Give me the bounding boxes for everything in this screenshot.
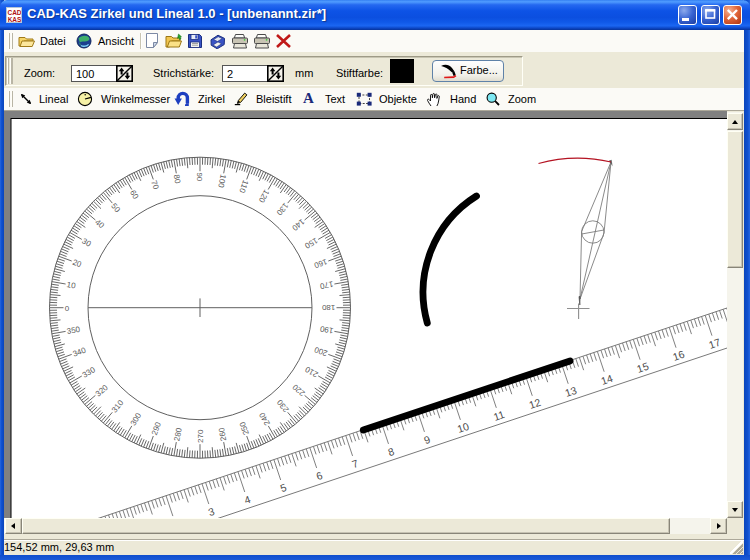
svg-text:270: 270	[196, 429, 205, 443]
svg-text:90: 90	[195, 172, 204, 181]
svg-text:KAS: KAS	[8, 16, 22, 23]
svg-text:0: 0	[65, 304, 70, 313]
svg-text:A: A	[303, 91, 314, 105]
svg-text:CAD: CAD	[7, 9, 21, 16]
svg-text:180: 180	[321, 303, 335, 312]
